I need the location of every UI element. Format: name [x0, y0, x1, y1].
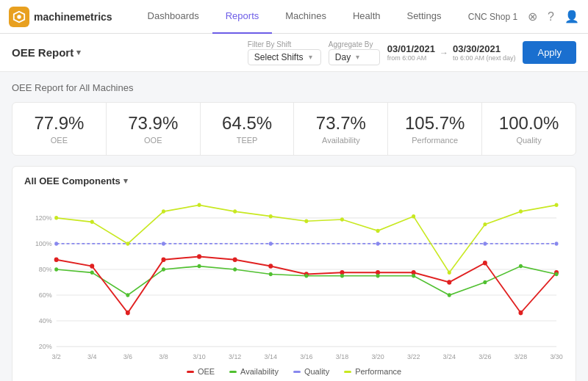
quality-dot: [483, 242, 487, 245]
quality-dot: [376, 242, 380, 245]
aggregate-by-value: Day: [335, 52, 351, 62]
svg-text:3/26: 3/26: [478, 352, 491, 360]
avail-dot: [555, 272, 559, 276]
metric-performance: 105.7% Performance: [388, 103, 482, 155]
metric-ooe-value: 73.9%: [114, 113, 193, 134]
agg-arrow-icon: ▾: [356, 53, 359, 61]
svg-text:120%: 120%: [35, 214, 52, 222]
nav-health[interactable]: Health: [340, 0, 394, 34]
avail-dot: [126, 293, 129, 297]
chart-title[interactable]: All OEE Components ▾: [24, 175, 564, 186]
nav-reports[interactable]: Reports: [212, 0, 273, 34]
svg-text:3/24: 3/24: [443, 352, 456, 360]
chart-section: All OEE Components ▾ 120% 100% 80%: [12, 166, 576, 381]
perf-dot: [198, 203, 201, 207]
date-from-box[interactable]: 03/01/2021 from 6:00 AM: [387, 43, 435, 62]
avail-dot: [483, 280, 487, 284]
top-nav: machinemetrics Dashboards Reports Machin…: [0, 0, 588, 34]
svg-text:3/2: 3/2: [51, 352, 60, 360]
perf-dot: [54, 216, 58, 219]
perf-dot: [519, 209, 523, 213]
quality-dot: [54, 242, 58, 245]
perf-dot: [555, 203, 559, 207]
metric-performance-label: Performance: [395, 136, 474, 145]
svg-text:3/22: 3/22: [407, 352, 420, 360]
svg-text:20%: 20%: [39, 342, 52, 351]
svg-text:40%: 40%: [39, 316, 52, 325]
perf-dot: [90, 220, 94, 224]
avail-dot: [90, 271, 94, 275]
legend-availability-label: Availability: [240, 367, 279, 376]
perf-dot: [376, 229, 380, 233]
legend-oee-label: OEE: [198, 367, 215, 376]
oee-dot: [233, 258, 237, 263]
shop-name: CNC Shop 1: [468, 12, 517, 22]
date-from-sub: from 6:00 AM: [387, 54, 435, 62]
perf-dot: [483, 222, 487, 226]
report-title-arrow: ▾: [76, 48, 81, 57]
svg-text:3/16: 3/16: [300, 352, 312, 360]
report-title-button[interactable]: OEE Report ▾: [12, 46, 81, 59]
aggregate-by-select[interactable]: Day ▾: [329, 49, 380, 65]
date-to-box[interactable]: 03/30/2021 to 6:00 AM (next day): [453, 43, 516, 62]
metric-availability: 73.7% Availability: [294, 103, 388, 155]
oee-dot: [519, 311, 523, 316]
svg-text:60%: 60%: [39, 291, 52, 300]
filter-shift-arrow-icon: ▾: [309, 53, 312, 61]
legend-availability: Availability: [229, 367, 279, 376]
perf-dot: [233, 209, 237, 213]
perf-dot: [304, 219, 308, 223]
svg-text:3/8: 3/8: [159, 352, 168, 360]
svg-text:3/18: 3/18: [336, 352, 348, 360]
apply-button[interactable]: Apply: [523, 41, 576, 64]
svg-text:3/14: 3/14: [265, 352, 277, 360]
filter-by-shift-group: Filter By Shift Select Shifts ▾: [248, 40, 321, 65]
nav-machines[interactable]: Machines: [272, 0, 340, 34]
oee-dot: [161, 258, 165, 263]
metric-quality: 100.0% Quality: [482, 103, 576, 155]
avail-dot: [412, 274, 415, 277]
nav-right: CNC Shop 1 ⊗ ? 👤: [468, 10, 579, 23]
settings-icon[interactable]: ⊗: [528, 10, 537, 23]
svg-text:3/10: 3/10: [193, 352, 205, 360]
help-icon[interactable]: ?: [548, 10, 554, 23]
avail-dot: [340, 274, 344, 277]
toolbar: OEE Report ▾ Filter By Shift Select Shif…: [0, 34, 588, 72]
metric-quality-value: 100.0%: [490, 113, 568, 134]
oee-dot: [268, 264, 273, 269]
nav-dashboards[interactable]: Dashboards: [135, 0, 212, 34]
svg-text:3/20: 3/20: [371, 352, 384, 360]
content-area: OEE Report for All Machines 77.9% OEE 73…: [0, 72, 588, 381]
legend-performance-color: [344, 371, 351, 373]
legend-quality-label: Quality: [304, 367, 329, 376]
avail-dot: [448, 293, 451, 297]
performance-line: [57, 205, 556, 272]
chart-legend: OEE Availability Quality Performance: [24, 367, 564, 376]
metric-availability-label: Availability: [301, 136, 380, 145]
metric-oee-value: 77.9%: [20, 113, 98, 134]
svg-text:3/4: 3/4: [87, 352, 96, 360]
avail-dot: [54, 267, 58, 271]
report-section-title: OEE Report for All Machines: [12, 82, 576, 93]
nav-settings[interactable]: Settings: [393, 0, 454, 34]
avail-dot: [519, 264, 523, 268]
aggregate-by-group: Aggregate By Day ▾: [329, 40, 380, 65]
oee-dot: [447, 280, 451, 285]
avail-dot: [198, 264, 201, 268]
user-icon[interactable]: 👤: [564, 10, 579, 23]
perf-dot: [162, 209, 165, 213]
metric-availability-value: 73.7%: [301, 113, 380, 134]
quality-dot: [555, 242, 559, 245]
legend-performance-label: Performance: [355, 367, 401, 376]
oee-line: [57, 256, 556, 313]
metric-teep-label: TEEP: [208, 136, 287, 145]
date-to: 03/30/2021: [453, 43, 516, 54]
oee-dot: [197, 254, 201, 259]
date-from: 03/01/2021: [387, 43, 435, 54]
legend-quality-color: [293, 371, 301, 373]
metric-oee: 77.9% OEE: [12, 103, 107, 155]
quality-dot: [162, 242, 165, 245]
oee-dot: [90, 264, 94, 269]
filter-by-shift-select[interactable]: Select Shifts ▾: [248, 49, 321, 65]
chart-title-text: All OEE Components: [24, 175, 121, 186]
